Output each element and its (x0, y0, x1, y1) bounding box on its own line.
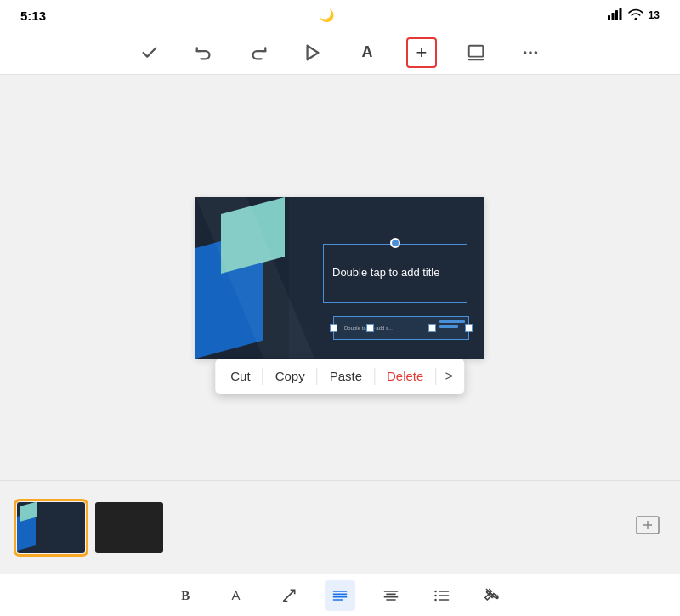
thumbnail-1[interactable]: 1 (17, 502, 85, 553)
svg-rect-1 (611, 13, 614, 20)
redo-button[interactable] (243, 37, 274, 68)
thumbnail-1-bg (17, 502, 85, 553)
add-slide-button[interactable] (632, 512, 663, 543)
title-textbox[interactable]: Double tap to add title (323, 244, 468, 303)
status-time: 5:13 (20, 8, 46, 23)
check-button[interactable] (134, 37, 165, 68)
text-style-button[interactable]: A (223, 580, 253, 611)
cut-button[interactable]: Cut (218, 362, 262, 390)
slide-canvas: Double tap to add title Double tap to ad… (196, 197, 484, 359)
add-button[interactable]: + (406, 37, 437, 68)
more-options-button[interactable]: > (436, 362, 461, 391)
svg-point-9 (535, 51, 538, 54)
bottom-toolbar: B A (0, 574, 680, 616)
thumbnail-2-bg (95, 502, 163, 553)
bold-button[interactable]: B (172, 580, 202, 611)
svg-text:A: A (232, 588, 241, 602)
text-button[interactable]: A (352, 37, 382, 68)
svg-rect-5 (469, 45, 484, 56)
svg-text:B: B (181, 589, 190, 602)
title-handle[interactable] (390, 238, 400, 248)
svg-line-15 (283, 590, 294, 601)
list-button[interactable] (427, 580, 457, 611)
svg-point-29 (434, 594, 437, 596)
battery-icon: 13 (649, 9, 660, 21)
highlighter-button[interactable] (274, 580, 304, 611)
align-center-button[interactable] (376, 580, 406, 611)
paint-bucket-button[interactable] (478, 580, 508, 611)
delete-button[interactable]: Delete (375, 362, 435, 390)
layout-button[interactable] (461, 37, 491, 68)
signal-icon (608, 8, 623, 23)
thumbnails-strip: 1 2 (0, 480, 680, 574)
main-content: Double tap to add title Double tap to ad… (0, 75, 680, 480)
status-bar: 5:13 🌙 13 (0, 0, 680, 31)
subtitle-textbox[interactable]: Double tap to add s... (333, 316, 469, 340)
play-button[interactable] (298, 37, 328, 68)
title-placeholder: Double tap to add title (332, 265, 439, 280)
undo-button[interactable] (189, 37, 219, 68)
paste-button[interactable]: Paste (318, 362, 374, 390)
handle-mid-right[interactable] (428, 324, 436, 331)
more-button[interactable] (515, 37, 546, 68)
svg-point-30 (434, 598, 437, 601)
svg-rect-0 (608, 15, 610, 20)
thumbnail-2[interactable]: 2 (95, 502, 163, 553)
status-icons: 13 (608, 8, 660, 23)
wifi-icon (628, 8, 643, 23)
svg-point-8 (529, 51, 532, 54)
handle-left[interactable] (330, 324, 337, 331)
slide-area[interactable]: Double tap to add title Double tap to ad… (196, 197, 484, 359)
handle-right[interactable] (465, 324, 473, 331)
svg-marker-4 (308, 45, 319, 59)
context-menu: Cut Copy Paste Delete > (215, 359, 464, 394)
subtitle-lines (439, 320, 465, 328)
status-moon-icon: 🌙 (320, 8, 334, 22)
svg-point-7 (524, 51, 527, 54)
svg-rect-2 (615, 10, 618, 20)
align-left-button[interactable] (325, 580, 355, 611)
handle-mid-left[interactable] (366, 324, 374, 331)
svg-rect-3 (619, 8, 621, 20)
copy-button[interactable]: Copy (264, 362, 317, 390)
svg-point-28 (434, 590, 437, 592)
toolbar: A + (0, 31, 680, 75)
